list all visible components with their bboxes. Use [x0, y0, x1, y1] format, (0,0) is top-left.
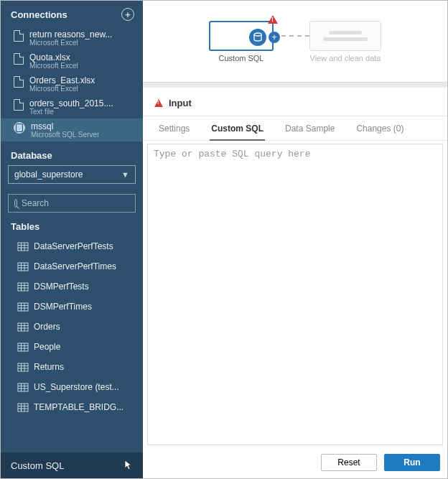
connection-item[interactable]: orders_south_2015.... Text file: [1, 96, 143, 118]
table-item[interactable]: DataServerPerfTests: [1, 236, 143, 256]
tables-label: Tables: [1, 213, 143, 236]
warning-icon: [154, 99, 163, 107]
connection-name: return reasons_new...: [29, 29, 112, 39]
warning-icon: [268, 15, 278, 24]
database-select[interactable]: global_superstore ▼: [8, 165, 136, 184]
search-icon: [14, 199, 17, 208]
table-icon: [18, 363, 28, 371]
svg-point-45: [254, 33, 261, 36]
table-name: DataServerPerfTimes: [34, 261, 116, 271]
input-panel-header: Input: [143, 88, 447, 116]
svg-rect-5: [18, 263, 28, 271]
datasource-icon: [249, 29, 266, 46]
table-icon: [18, 383, 28, 391]
table-icon: [18, 323, 28, 331]
input-tabs: Settings Custom SQL Data Sample Changes …: [143, 116, 447, 141]
connection-name: Orders_East.xlsx: [29, 75, 95, 85]
table-item[interactable]: Orders: [1, 317, 143, 337]
button-bar: Reset Run: [143, 448, 447, 478]
connection-type: Text file: [29, 108, 113, 116]
file-icon: [14, 76, 24, 88]
tab-settings[interactable]: Settings: [157, 116, 191, 140]
chevron-down-icon: ▼: [121, 170, 129, 179]
input-panel-title: Input: [169, 98, 192, 108]
connection-item[interactable]: Orders_East.xlsx Microsoft Excel: [1, 73, 143, 96]
connection-item[interactable]: Quota.xlsx Microsoft Excel: [1, 50, 143, 73]
table-icon: [18, 343, 28, 351]
connections-label: Connections: [11, 9, 67, 20]
connections-list: return reasons_new... Microsoft Excel Qu…: [1, 27, 143, 141]
add-step-button[interactable]: +: [269, 32, 280, 43]
table-icon: [18, 404, 28, 411]
flow-canvas[interactable]: + Custom SQL View and clean data: [143, 1, 447, 82]
table-name: DataServerPerfTests: [34, 241, 113, 251]
table-name: US_Superstore (test...: [34, 382, 119, 392]
connection-type: Microsoft Excel: [29, 62, 78, 70]
reset-button[interactable]: Reset: [321, 454, 377, 471]
table-item[interactable]: TEMPTABLE_BRIDG...: [1, 397, 143, 417]
tables-list: DataServerPerfTests DataServerPerfTimes …: [1, 236, 143, 452]
svg-rect-25: [18, 343, 28, 351]
table-icon: [18, 263, 28, 271]
connection-type: Microsoft Excel: [29, 39, 112, 47]
flow-node-label: Custom SQL: [219, 54, 264, 62]
add-connection-button[interactable]: +: [121, 8, 134, 21]
connection-name: Quota.xlsx: [29, 52, 78, 62]
main-area: + Custom SQL View and clean data Input S…: [143, 1, 447, 478]
table-item[interactable]: DSMPerfTests: [1, 276, 143, 297]
connections-header: Connections +: [1, 1, 143, 27]
table-item[interactable]: US_Superstore (test...: [1, 377, 143, 397]
sql-textarea[interactable]: [148, 144, 442, 445]
table-name: DSMPerfTimes: [34, 302, 92, 312]
table-item[interactable]: People: [1, 337, 143, 357]
flow-scrollbar[interactable]: [143, 82, 447, 88]
table-name: DSMPerfTests: [34, 282, 89, 292]
database-icon: [14, 122, 25, 134]
file-icon: [14, 53, 24, 65]
svg-rect-35: [18, 383, 28, 391]
search-box[interactable]: [8, 194, 136, 213]
tab-data-sample[interactable]: Data Sample: [284, 116, 336, 140]
flow-node-placeholder[interactable]: View and clean data: [309, 21, 381, 62]
tab-changes[interactable]: Changes (0): [355, 116, 405, 140]
database-value: global_superstore: [14, 169, 83, 180]
custom-sql-label: Custom SQL: [11, 460, 64, 471]
svg-rect-30: [18, 363, 28, 371]
file-icon: [14, 30, 24, 42]
run-button[interactable]: Run: [384, 454, 440, 471]
svg-rect-15: [18, 303, 28, 311]
search-input[interactable]: [22, 198, 129, 208]
table-icon: [18, 303, 28, 311]
custom-sql-button[interactable]: Custom SQL: [1, 452, 143, 478]
table-item[interactable]: Returns: [1, 357, 143, 377]
svg-rect-20: [18, 323, 28, 331]
table-name: Returns: [34, 362, 64, 372]
flow-node-customsql[interactable]: + Custom SQL: [209, 21, 274, 62]
database-label: Database: [1, 141, 143, 165]
table-name: People: [34, 342, 60, 352]
connection-type: Microsoft SQL Server: [31, 131, 99, 139]
sql-editor: [147, 144, 443, 445]
tab-custom-sql[interactable]: Custom SQL: [210, 116, 265, 141]
table-icon: [18, 243, 28, 251]
table-name: Orders: [34, 322, 60, 332]
flow-placeholder-label: View and clean data: [310, 54, 381, 62]
table-item[interactable]: DSMPerfTimes: [1, 297, 143, 317]
table-item[interactable]: DataServerPerfTimes: [1, 256, 143, 276]
connection-item[interactable]: return reasons_new... Microsoft Excel: [1, 27, 143, 50]
connection-name: mssql: [31, 121, 99, 131]
svg-rect-0: [18, 243, 28, 251]
table-icon: [18, 283, 28, 291]
svg-rect-40: [18, 404, 28, 411]
cursor-icon: [124, 460, 133, 471]
connection-item[interactable]: mssql Microsoft SQL Server: [1, 118, 143, 141]
svg-rect-10: [18, 283, 28, 291]
sidebar: Connections + return reasons_new... Micr…: [1, 1, 143, 478]
connection-name: orders_south_2015....: [29, 98, 113, 108]
table-name: TEMPTABLE_BRIDG...: [34, 402, 123, 412]
connection-type: Microsoft Excel: [29, 85, 95, 93]
file-icon: [14, 99, 24, 111]
